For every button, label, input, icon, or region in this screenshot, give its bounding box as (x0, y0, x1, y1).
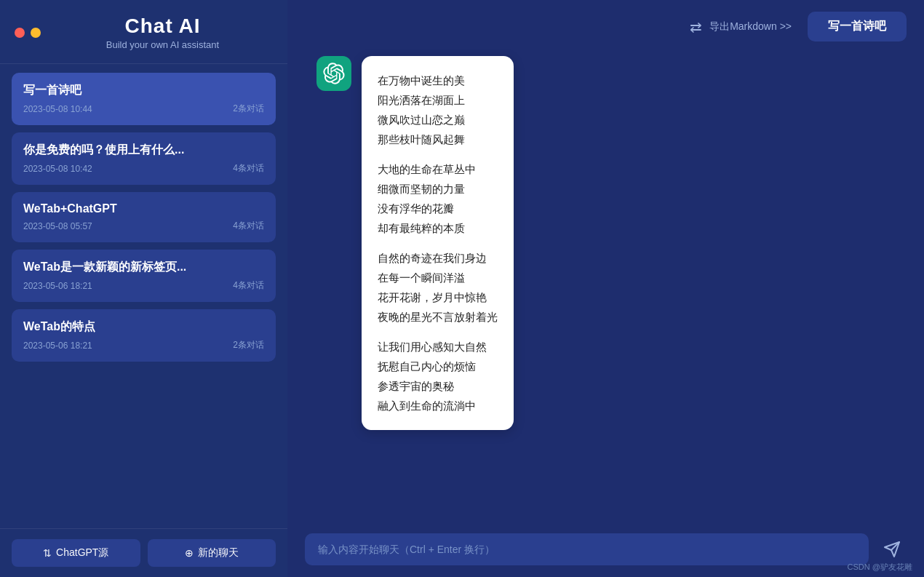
poem-line: 夜晚的星光不言放射着光 (378, 307, 498, 327)
poem-stanza: 大地的生命在草丛中细微而坚韧的力量没有浮华的花瓣却有最纯粹的本质 (378, 159, 498, 238)
chat-item-title: WeTab是一款新颖的新标签页... (23, 260, 264, 275)
write-poem-button[interactable]: 写一首诗吧 (808, 12, 907, 41)
chat-item-count: 2条对话 (233, 339, 264, 351)
chat-item-meta: 2023-05-08 10:42 4条对话 (23, 162, 264, 175)
poem-stanza: 在万物中诞生的美阳光洒落在湖面上微风吹过山恋之巅那些枝叶随风起舞 (378, 71, 498, 149)
chat-item-meta: 2023-05-06 18:21 2条对话 (23, 339, 264, 351)
chat-item-meta: 2023-05-08 05:57 4条对话 (23, 220, 264, 232)
chat-item-date: 2023-05-06 18:21 (23, 281, 92, 291)
watermark: CSDN @驴友花雕 (848, 562, 912, 573)
exchange-icon: ⇄ (690, 18, 702, 36)
chatgpt-source-label: ChatGPT源 (56, 546, 108, 560)
send-icon (883, 541, 901, 558)
chat-item-count: 4条对话 (233, 162, 264, 175)
sidebar-footer: ⇅ ChatGPT源 ⊕ 新的聊天 (0, 528, 287, 577)
chat-item-title: 写一首诗吧 (23, 83, 264, 98)
chat-item-date: 2023-05-06 18:21 (23, 341, 92, 351)
brand-subtitle: Build your own AI assistant (52, 39, 273, 50)
poem-line: 细微而坚韧的力量 (378, 179, 498, 199)
chat-list-item[interactable]: 写一首诗吧 2023-05-08 10:44 2条对话 (12, 73, 276, 125)
poem-line: 在每一个瞬间洋溢 (378, 268, 498, 287)
ai-avatar (316, 56, 351, 91)
poem-line: 参透宇宙的奥秘 (378, 376, 498, 396)
window-controls (15, 28, 41, 38)
chatgpt-source-button[interactable]: ⇅ ChatGPT源 (12, 539, 140, 567)
openai-logo-icon (323, 63, 345, 84)
minimize-button[interactable] (31, 28, 41, 38)
poem-line: 自然的奇迹在我们身边 (378, 248, 498, 268)
sidebar-header: Chat AI Build your own AI assistant (0, 0, 287, 64)
topbar: ⇄ 导出Markdown >> 写一首诗吧 (287, 0, 924, 49)
settings-icon: ⇅ (43, 547, 52, 559)
chat-input[interactable] (305, 533, 869, 565)
poem-line: 那些枝叶随风起舞 (378, 130, 498, 149)
chat-item-title: 你是免费的吗？使用上有什么... (23, 143, 264, 158)
poem-line: 阳光洒落在湖面上 (378, 90, 498, 110)
poem-line: 没有浮华的花瓣 (378, 199, 498, 218)
chat-item-date: 2023-05-08 10:44 (23, 104, 92, 114)
poem-line: 花开花谢，岁月中惊艳 (378, 287, 498, 307)
sidebar: Chat AI Build your own AI assistant 写一首诗… (0, 0, 287, 577)
chat-item-count: 2条对话 (233, 103, 264, 115)
ai-message-row: 在万物中诞生的美阳光洒落在湖面上微风吹过山恋之巅那些枝叶随风起舞大地的生命在草丛… (316, 56, 895, 430)
chat-item-count: 4条对话 (233, 220, 264, 232)
ai-message-bubble: 在万物中诞生的美阳光洒落在湖面上微风吹过山恋之巅那些枝叶随风起舞大地的生命在草丛… (362, 56, 514, 430)
export-markdown-label[interactable]: 导出Markdown >> (709, 20, 792, 33)
chat-list-item[interactable]: WeTab是一款新颖的新标签页... 2023-05-06 18:21 4条对话 (12, 250, 276, 302)
chat-item-meta: 2023-05-08 10:44 2条对话 (23, 103, 264, 115)
chat-item-date: 2023-05-08 10:42 (23, 164, 92, 174)
chat-item-date: 2023-05-08 05:57 (23, 221, 92, 231)
chat-area: 在万物中诞生的美阳光洒落在湖面上微风吹过山恋之巅那些枝叶随风起舞大地的生命在草丛… (287, 49, 924, 525)
chat-item-title: WeTab的特点 (23, 319, 264, 335)
poem-stanza: 自然的奇迹在我们身边在每一个瞬间洋溢花开花谢，岁月中惊艳夜晚的星光不言放射着光 (378, 248, 498, 327)
close-button[interactable] (15, 28, 25, 38)
poem-line: 大地的生命在草丛中 (378, 159, 498, 179)
chat-list-item[interactable]: WeTab+ChatGPT 2023-05-08 05:57 4条对话 (12, 192, 276, 242)
plus-circle-icon: ⊕ (185, 547, 194, 559)
send-button[interactable] (877, 538, 907, 561)
poem-line: 让我们用心感知大自然 (378, 337, 498, 357)
chat-list: 写一首诗吧 2023-05-08 10:44 2条对话 你是免费的吗？使用上有什… (0, 64, 287, 528)
export-icon-button[interactable]: ⇄ (690, 18, 702, 36)
poem-stanza: 让我们用心感知大自然抚慰自己内心的烦恼参透宇宙的奥秘融入到生命的流淌中 (378, 337, 498, 415)
chat-item-title: WeTab+ChatGPT (23, 202, 264, 215)
new-chat-button[interactable]: ⊕ 新的聊天 (148, 539, 276, 567)
chat-list-item[interactable]: WeTab的特点 2023-05-06 18:21 2条对话 (12, 309, 276, 362)
new-chat-label: 新的聊天 (198, 546, 239, 560)
poem-line: 微风吹过山恋之巅 (378, 110, 498, 130)
brand-area: Chat AI Build your own AI assistant (52, 15, 273, 50)
poem-line: 抚慰自己内心的烦恼 (378, 357, 498, 376)
main-panel: ⇄ 导出Markdown >> 写一首诗吧 在万物中诞生的美阳光洒落在湖面上微风… (287, 0, 924, 577)
input-area (287, 525, 924, 577)
chat-item-meta: 2023-05-06 18:21 4条对话 (23, 279, 264, 292)
poem-line: 在万物中诞生的美 (378, 71, 498, 90)
chat-list-item[interactable]: 你是免费的吗？使用上有什么... 2023-05-08 10:42 4条对话 (12, 132, 276, 185)
brand-title: Chat AI (52, 15, 273, 38)
poem-line: 融入到生命的流淌中 (378, 396, 498, 415)
chat-item-count: 4条对话 (233, 279, 264, 292)
poem-line: 却有最纯粹的本质 (378, 218, 498, 238)
